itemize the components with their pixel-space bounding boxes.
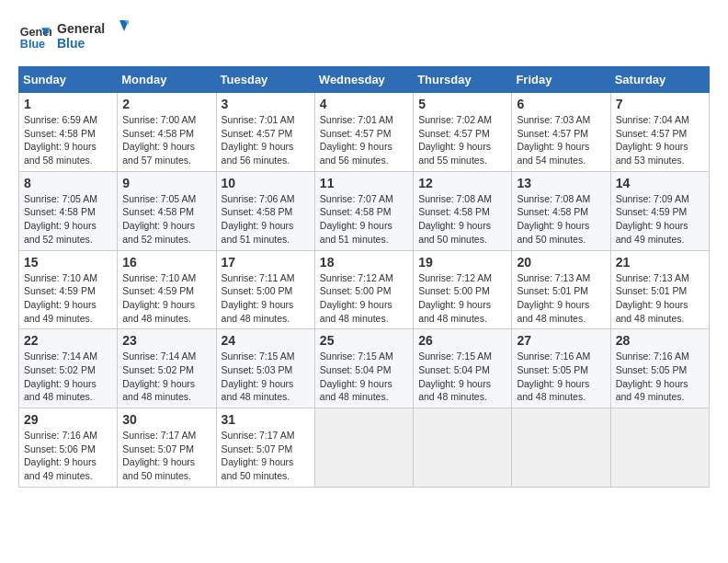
col-header-wednesday: Wednesday [314, 67, 413, 93]
daylight-info: Daylight: 9 hours and 48 minutes. [320, 298, 408, 325]
sunrise-info: Sunrise: 7:15 AM [418, 350, 506, 363]
daylight-info: Daylight: 9 hours and 54 minutes. [517, 140, 605, 167]
daylight-info: Daylight: 9 hours and 52 minutes. [122, 219, 210, 246]
calendar-header-row: SundayMondayTuesdayWednesdayThursdayFrid… [19, 67, 710, 93]
daylight-info: Daylight: 9 hours and 50 minutes. [122, 455, 210, 482]
calendar-cell: 17 Sunrise: 7:11 AM Sunset: 5:00 PM Dayl… [216, 250, 314, 329]
sunrise-info: Sunrise: 7:00 AM [122, 113, 210, 127]
daylight-info: Daylight: 9 hours and 48 minutes. [122, 377, 210, 404]
daylight-info: Daylight: 9 hours and 55 minutes. [418, 140, 506, 167]
logo: General Blue General Blue [18, 18, 131, 57]
daylight-info: Daylight: 9 hours and 49 minutes. [616, 219, 704, 246]
sunrise-info: Sunrise: 7:16 AM [517, 350, 605, 363]
daylight-info: Daylight: 9 hours and 48 minutes. [418, 298, 506, 325]
sunset-info: Sunset: 4:57 PM [320, 127, 408, 141]
day-number: 10 [222, 176, 310, 190]
sunset-info: Sunset: 5:01 PM [616, 284, 704, 298]
calendar-cell: 22 Sunrise: 7:14 AM Sunset: 5:02 PM Dayl… [19, 329, 118, 408]
day-number: 9 [122, 176, 210, 190]
day-number: 16 [122, 255, 210, 270]
day-number: 30 [122, 412, 210, 427]
sunrise-info: Sunrise: 7:01 AM [320, 113, 408, 127]
day-number: 29 [24, 412, 112, 427]
day-number: 7 [616, 97, 704, 111]
sunrise-info: Sunrise: 7:16 AM [616, 350, 704, 363]
sunrise-info: Sunrise: 7:07 AM [320, 192, 408, 206]
day-number: 8 [24, 176, 112, 190]
daylight-info: Daylight: 9 hours and 48 minutes. [24, 377, 112, 404]
day-number: 24 [222, 333, 310, 348]
daylight-info: Daylight: 9 hours and 49 minutes. [24, 298, 112, 325]
day-number: 17 [222, 255, 310, 270]
day-number: 1 [24, 97, 112, 111]
sunrise-info: Sunrise: 7:14 AM [122, 350, 210, 363]
calendar-cell [414, 408, 512, 488]
day-number: 2 [122, 97, 210, 111]
calendar-cell: 18 Sunrise: 7:12 AM Sunset: 5:00 PM Dayl… [314, 250, 413, 329]
calendar-cell: 27 Sunrise: 7:16 AM Sunset: 5:05 PM Dayl… [512, 329, 610, 408]
daylight-info: Daylight: 9 hours and 49 minutes. [24, 455, 112, 482]
sunset-info: Sunset: 4:59 PM [24, 284, 112, 298]
calendar-cell: 14 Sunrise: 7:09 AM Sunset: 4:59 PM Dayl… [610, 171, 709, 250]
calendar-cell: 9 Sunrise: 7:05 AM Sunset: 4:58 PM Dayli… [118, 171, 216, 250]
sunrise-info: Sunrise: 7:10 AM [24, 271, 112, 285]
col-header-thursday: Thursday [414, 67, 512, 93]
day-number: 13 [517, 176, 605, 190]
day-number: 3 [222, 97, 310, 111]
logo-icon: General Blue [18, 21, 51, 54]
calendar-cell: 31 Sunrise: 7:17 AM Sunset: 5:07 PM Dayl… [216, 408, 314, 488]
sunset-info: Sunset: 4:58 PM [24, 127, 112, 141]
sunset-info: Sunset: 5:00 PM [320, 284, 408, 298]
sunrise-info: Sunrise: 7:12 AM [320, 271, 408, 285]
sunrise-info: Sunrise: 7:06 AM [222, 192, 310, 206]
col-header-saturday: Saturday [610, 67, 709, 93]
calendar-cell [512, 408, 610, 488]
calendar-cell: 6 Sunrise: 7:03 AM Sunset: 4:57 PM Dayli… [512, 93, 610, 172]
sunrise-info: Sunrise: 6:59 AM [24, 113, 112, 127]
day-number: 23 [122, 333, 210, 348]
calendar-cell: 10 Sunrise: 7:06 AM Sunset: 4:58 PM Dayl… [216, 171, 314, 250]
calendar-cell: 7 Sunrise: 7:04 AM Sunset: 4:57 PM Dayli… [610, 93, 709, 172]
sunrise-info: Sunrise: 7:08 AM [418, 192, 506, 206]
daylight-info: Daylight: 9 hours and 56 minutes. [320, 140, 408, 167]
calendar-week-row: 22 Sunrise: 7:14 AM Sunset: 5:02 PM Dayl… [19, 329, 710, 408]
sunrise-info: Sunrise: 7:12 AM [418, 271, 506, 285]
daylight-info: Daylight: 9 hours and 51 minutes. [320, 219, 408, 246]
day-number: 5 [418, 97, 506, 111]
calendar-cell: 19 Sunrise: 7:12 AM Sunset: 5:00 PM Dayl… [414, 250, 512, 329]
svg-text:General: General [57, 21, 105, 36]
day-number: 31 [222, 412, 310, 427]
sunset-info: Sunset: 4:58 PM [320, 205, 408, 219]
daylight-info: Daylight: 9 hours and 50 minutes. [222, 455, 310, 482]
sunset-info: Sunset: 4:59 PM [122, 284, 210, 298]
calendar-cell: 25 Sunrise: 7:15 AM Sunset: 5:04 PM Dayl… [314, 329, 413, 408]
sunset-info: Sunset: 5:02 PM [24, 363, 112, 377]
sunset-info: Sunset: 5:03 PM [222, 363, 310, 377]
sunset-info: Sunset: 5:05 PM [616, 363, 704, 377]
sunrise-info: Sunrise: 7:08 AM [517, 192, 605, 206]
sunset-info: Sunset: 5:06 PM [24, 442, 112, 456]
calendar-cell: 24 Sunrise: 7:15 AM Sunset: 5:03 PM Dayl… [216, 329, 314, 408]
calendar-table: SundayMondayTuesdayWednesdayThursdayFrid… [18, 66, 710, 488]
sunset-info: Sunset: 5:00 PM [418, 284, 506, 298]
day-number: 19 [418, 255, 506, 270]
sunrise-info: Sunrise: 7:15 AM [320, 350, 408, 363]
calendar-cell: 23 Sunrise: 7:14 AM Sunset: 5:02 PM Dayl… [118, 329, 216, 408]
calendar-cell [610, 408, 709, 488]
sunset-info: Sunset: 4:57 PM [222, 127, 310, 141]
day-number: 12 [418, 176, 506, 190]
sunset-info: Sunset: 4:58 PM [418, 205, 506, 219]
day-number: 25 [320, 333, 408, 348]
calendar-cell: 16 Sunrise: 7:10 AM Sunset: 4:59 PM Dayl… [118, 250, 216, 329]
daylight-info: Daylight: 9 hours and 48 minutes. [222, 377, 310, 404]
calendar-cell: 13 Sunrise: 7:08 AM Sunset: 4:58 PM Dayl… [512, 171, 610, 250]
daylight-info: Daylight: 9 hours and 53 minutes. [616, 140, 704, 167]
sunrise-info: Sunrise: 7:05 AM [24, 192, 112, 206]
calendar-cell: 30 Sunrise: 7:17 AM Sunset: 5:07 PM Dayl… [118, 408, 216, 488]
calendar-cell: 11 Sunrise: 7:07 AM Sunset: 4:58 PM Dayl… [314, 171, 413, 250]
sunset-info: Sunset: 5:07 PM [222, 442, 310, 456]
daylight-info: Daylight: 9 hours and 51 minutes. [222, 219, 310, 246]
sunset-info: Sunset: 5:07 PM [122, 442, 210, 456]
col-header-friday: Friday [512, 67, 610, 93]
calendar-cell: 29 Sunrise: 7:16 AM Sunset: 5:06 PM Dayl… [19, 408, 118, 488]
